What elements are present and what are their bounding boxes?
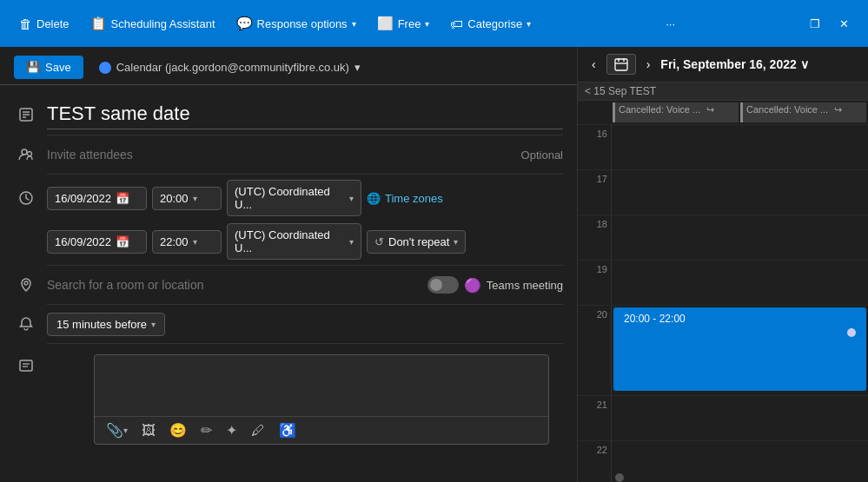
reminder-dropdown[interactable]: 15 minutes before ▾ (47, 313, 165, 336)
highlight-button[interactable]: 🖊 (247, 421, 269, 440)
scheduling-icon: 📋 (90, 16, 107, 31)
effects-icon: ✦ (226, 422, 237, 439)
save-button[interactable]: 💾 Save (14, 56, 83, 79)
end-tz-input[interactable]: (UTC) Coordinated U... ▾ (227, 223, 361, 260)
end-time-dropdown-icon: ▾ (193, 237, 197, 247)
location-content: 🟣 Teams meeting (47, 276, 563, 294)
start-tz-dropdown-icon: ▾ (349, 194, 354, 203)
time-row-17: 17 (578, 170, 868, 215)
emoji-icon: 😊 (169, 422, 187, 439)
time-zones-link[interactable]: 🌐 Time zones (367, 192, 443, 205)
calendar-name: Calendar (jack.gordon@communityfibre.co.… (116, 61, 349, 74)
time-slot-20[interactable]: 20:00 - 22:00 (611, 306, 868, 395)
location-input[interactable] (47, 278, 421, 292)
teams-icon: 🟣 (464, 277, 481, 294)
reminder-dropdown-icon: ▾ (151, 320, 156, 329)
time-label-22: 22 (578, 441, 611, 482)
time-row-16: 16 (578, 125, 868, 170)
cancelled-event-2[interactable]: Cancelled: Voice ... ↪ (740, 102, 866, 122)
end-time-input[interactable]: 22:00 ▾ (152, 230, 222, 254)
highlight-icon: 🖊 (251, 423, 265, 439)
time-slot-22[interactable] (611, 441, 868, 482)
globe-icon: 🌐 (367, 192, 381, 205)
cancelled-2-icon: ↪ (834, 104, 842, 115)
dont-repeat-button[interactable]: ↺ Don't repeat ▾ (367, 230, 466, 254)
effects-button[interactable]: ✦ (222, 420, 242, 440)
restore-button[interactable]: ❐ (801, 14, 829, 34)
end-datetime: 16/09/2022 📅 22:00 ▾ (UTC) Coordinated U… (47, 223, 466, 260)
time-row-18: 18 (578, 215, 868, 261)
cal-today-button[interactable] (606, 54, 636, 75)
categorise-dropdown-icon: ▾ (527, 19, 531, 29)
free-button[interactable]: ⬜ Free ▾ (368, 10, 439, 36)
datetime-1-content: 16/09/2022 📅 20:00 ▾ (UTC) Coordinated U… (47, 180, 563, 216)
time-label-21: 21 (578, 396, 611, 440)
datetime-row-1: 16/09/2022 📅 20:00 ▾ (UTC) Coordinated U… (0, 175, 577, 221)
location-icon (14, 277, 38, 293)
start-date-input[interactable]: 16/09/2022 📅 (47, 187, 147, 210)
svg-rect-11 (615, 59, 627, 70)
cancelled-event-1[interactable]: Cancelled: Voice ... ↪ (613, 102, 739, 122)
time-slot-18[interactable] (611, 215, 868, 260)
save-icon: 💾 (26, 61, 40, 74)
svg-point-7 (24, 281, 28, 285)
end-date-input[interactable]: 16/09/2022 📅 (47, 230, 147, 254)
accessibility-icon: ♿ (279, 422, 296, 439)
event-time-label: 20:00 - 22:00 (624, 313, 686, 325)
cal-prev-button[interactable]: ‹ (586, 54, 601, 75)
datetime-2-content: 16/09/2022 📅 22:00 ▾ (UTC) Coordinated U… (47, 223, 563, 260)
title-input[interactable] (47, 99, 563, 129)
more-label: ··· (666, 17, 675, 30)
start-tz-input[interactable]: (UTC) Coordinated U... ▾ (227, 180, 361, 216)
dont-repeat-label: Don't repeat (388, 235, 449, 248)
end-tz-value: (UTC) Coordinated U... (235, 228, 345, 254)
attendees-icon (14, 147, 38, 162)
close-button[interactable]: ✕ (831, 14, 858, 34)
delete-label: Delete (36, 17, 70, 30)
image-button[interactable]: 🖼 (137, 421, 160, 440)
draw-button[interactable]: ✏ (196, 420, 216, 440)
start-time-input[interactable]: 20:00 ▾ (152, 187, 222, 210)
attach-button[interactable]: 📎 ▾ (102, 420, 132, 440)
main-content: 💾 Save Calendar (jack.gordon@communityfi… (0, 47, 868, 482)
window-controls: ❐ ✕ (801, 14, 858, 34)
attendees-input[interactable] (47, 148, 514, 162)
attendees-content: Optional (47, 148, 563, 162)
cal-next-icon: › (646, 57, 651, 71)
body-textarea[interactable] (95, 355, 548, 416)
time-slot-19[interactable] (611, 261, 868, 305)
calendar-selector[interactable]: Calendar (jack.gordon@communityfibre.co.… (92, 57, 368, 77)
categorise-label: Categorise (467, 17, 522, 30)
time-label-20: 20 (578, 306, 611, 395)
categorise-button[interactable]: 🏷 Categorise ▾ (441, 11, 540, 36)
start-date-value: 16/09/2022 (55, 192, 111, 205)
body-toolbar: 📎 ▾ 🖼 😊 ✏ (95, 416, 548, 444)
time-slot-21[interactable] (611, 396, 868, 440)
cancelled-1-icon: ↪ (706, 104, 714, 115)
teams-toggle[interactable] (427, 276, 459, 294)
toolbar: 🗑 Delete 📋 Scheduling Assistant 💬 Respon… (0, 0, 868, 47)
response-options-button[interactable]: 💬 Response options ▾ (228, 10, 365, 36)
more-options-button[interactable]: ··· (657, 12, 684, 36)
teams-label: Teams meeting (487, 279, 563, 292)
location-row: 🟣 Teams meeting (0, 266, 577, 304)
calendar-date-label[interactable]: Fri, September 16, 2022 ∨ (660, 57, 808, 71)
emoji-button[interactable]: 😊 (165, 420, 191, 440)
calendar-event-block[interactable]: 20:00 - 22:00 (613, 307, 866, 391)
time-slot-16[interactable] (611, 125, 868, 169)
time-label-16: 16 (578, 125, 611, 169)
event-label-wrap: 20:00 - 22:00 (620, 311, 859, 327)
delete-button[interactable]: 🗑 Delete (10, 11, 78, 36)
draw-icon: ✏ (201, 422, 212, 439)
reminder-row: 15 minutes before ▾ (0, 305, 577, 343)
time-slot-17[interactable] (611, 170, 868, 215)
start-time-value: 20:00 (160, 192, 189, 205)
time-row-19: 19 (578, 261, 868, 306)
toolbar-more: ··· (657, 12, 684, 36)
time-grid: 16 17 18 19 (578, 125, 868, 482)
event-form: Optional 16/09/2022 📅 20:00 (0, 85, 577, 482)
scheduling-assistant-button[interactable]: 📋 Scheduling Assistant (82, 10, 224, 36)
accessibility-button[interactable]: ♿ (275, 420, 301, 440)
cal-next-button[interactable]: › (641, 54, 656, 75)
start-tz-value: (UTC) Coordinated U... (235, 185, 345, 211)
